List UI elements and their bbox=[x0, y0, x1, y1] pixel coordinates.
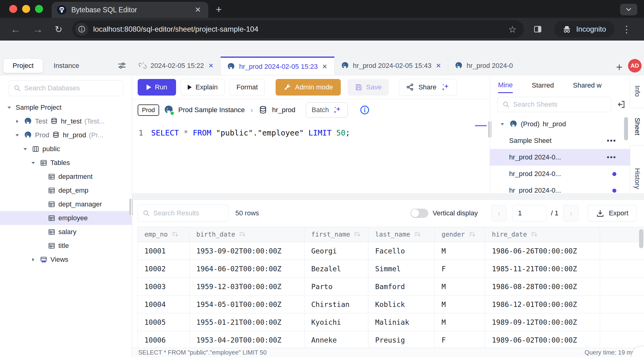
site-info-icon[interactable] bbox=[75, 23, 88, 36]
table-cell[interactable]: 1986-12-01T00:00:00Z bbox=[485, 296, 600, 313]
side-panel-icon[interactable] bbox=[529, 25, 547, 34]
browser-menu-icon[interactable]: ⋮ bbox=[616, 24, 636, 35]
close-sheet-icon[interactable]: ✕ bbox=[435, 62, 442, 69]
table-scrollbar[interactable] bbox=[639, 229, 643, 248]
sheet-list-item[interactable]: hr_prod 2024-0... bbox=[490, 166, 630, 182]
tree-item-hr_prod[interactable]: Prodhr_prod(Pr... bbox=[0, 128, 132, 142]
table-cell[interactable]: Georgi bbox=[304, 242, 368, 260]
new-tab-button[interactable]: + bbox=[208, 3, 229, 18]
table-cell[interactable]: 10002 bbox=[137, 260, 190, 278]
table-cell[interactable]: 1959-12-03T00:00:00Z bbox=[190, 278, 304, 296]
rail-tab-sheet[interactable]: Sheet bbox=[630, 108, 644, 145]
share-button[interactable]: Share bbox=[399, 79, 457, 96]
table-cell[interactable]: 1989-09-12T00:00:00Z bbox=[485, 313, 600, 331]
tree-item-hr_test[interactable]: Testhr_test(Test... bbox=[0, 114, 132, 128]
batch-button[interactable]: Batch bbox=[306, 102, 348, 118]
table-cell[interactable]: 10004 bbox=[137, 296, 190, 313]
tree-item-title[interactable]: title bbox=[0, 239, 132, 253]
tree-item-Sample Project[interactable]: Sample Project bbox=[0, 100, 132, 114]
sheet-tab[interactable]: hr_prod 2024-02-05 15:43✕ bbox=[335, 57, 448, 75]
close-window-button[interactable] bbox=[9, 5, 17, 13]
results-search-input[interactable] bbox=[153, 209, 224, 217]
table-cell[interactable]: 1955-01-21T00:00:00Z bbox=[190, 313, 304, 331]
sheet-tab[interactable]: 2024-02-05 15:22✕ bbox=[132, 57, 221, 75]
close-sheet-icon[interactable]: ✕ bbox=[321, 63, 328, 70]
sidebar-resize-handle[interactable] bbox=[129, 198, 133, 216]
column-header-last_name[interactable]: last_name bbox=[368, 227, 435, 242]
next-page-button[interactable]: › bbox=[563, 205, 579, 222]
table-cell[interactable]: 1954-05-01T00:00:00Z bbox=[190, 296, 304, 313]
new-sheet-button[interactable]: + bbox=[611, 61, 627, 75]
address-bar[interactable]: localhost:8080/sql-editor/sheet/project-… bbox=[72, 20, 524, 38]
database-name[interactable]: hr_prod bbox=[272, 106, 295, 114]
page-number-input[interactable] bbox=[512, 205, 547, 222]
tree-item-Tables[interactable]: Tables bbox=[0, 156, 132, 170]
prev-page-button[interactable]: ‹ bbox=[491, 205, 507, 222]
column-header-hire_date[interactable]: hire_date bbox=[485, 227, 600, 242]
table-cell[interactable]: Anneke bbox=[304, 331, 368, 348]
back-icon[interactable]: ← bbox=[6, 23, 26, 35]
table-cell[interactable]: Facello bbox=[368, 242, 435, 260]
user-avatar[interactable]: AD bbox=[628, 59, 642, 73]
format-button[interactable]: Format bbox=[230, 79, 265, 96]
table-cell[interactable]: 1953-04-20T00:00:00Z bbox=[190, 331, 304, 348]
table-cell[interactable]: 10003 bbox=[137, 278, 190, 296]
sheets-search[interactable] bbox=[497, 97, 611, 112]
sheet-tab[interactable]: hr_prod 2024-0 bbox=[448, 57, 513, 75]
table-cell[interactable]: 10001 bbox=[137, 242, 190, 260]
table-cell[interactable]: 1989-06-02T00:00:00Z bbox=[485, 331, 600, 348]
tree-item-employee[interactable]: employee bbox=[0, 211, 132, 225]
database-search-input[interactable] bbox=[24, 84, 119, 92]
database-search[interactable] bbox=[9, 80, 123, 96]
column-header-emp_no[interactable]: emp_no bbox=[137, 227, 190, 242]
table-cell[interactable]: M bbox=[435, 242, 485, 260]
sheet-list-item[interactable]: hr_prod 2024-0... bbox=[490, 182, 630, 194]
table-cell[interactable]: F bbox=[435, 331, 485, 348]
sheet-list-scrollbar[interactable] bbox=[624, 117, 628, 140]
table-cell[interactable]: 1985-11-21T00:00:00Z bbox=[485, 260, 600, 278]
admin-mode-button[interactable]: Admin mode bbox=[276, 79, 341, 96]
bookmark-star-icon[interactable]: ☆ bbox=[507, 24, 518, 35]
instance-name[interactable]: Prod Sample Instance bbox=[178, 106, 245, 114]
rail-tab-info[interactable]: Info bbox=[630, 81, 644, 100]
sheet-list-item[interactable]: Sample Sheet••• bbox=[490, 132, 630, 149]
tree-item-salary[interactable]: salary bbox=[0, 225, 132, 239]
maximize-window-button[interactable] bbox=[35, 5, 43, 13]
save-button[interactable]: Save bbox=[348, 79, 389, 96]
sheets-tab-shared-w[interactable]: Shared w bbox=[573, 81, 602, 92]
table-cell[interactable]: 1986-08-28T00:00:00Z bbox=[485, 278, 600, 296]
table-cell[interactable]: 1964-06-02T00:00:00Z bbox=[190, 260, 304, 278]
sheets-tab-mine[interactable]: Mine bbox=[498, 81, 513, 93]
sql-editor[interactable]: 1 SELECT * FROM "public"."employee" LIMI… bbox=[132, 121, 490, 194]
tree-item-dept_manager[interactable]: dept_manager bbox=[0, 197, 132, 211]
tree-item-public[interactable]: public bbox=[0, 142, 132, 156]
tab-project[interactable]: Project bbox=[3, 58, 43, 73]
minimize-window-button[interactable] bbox=[22, 5, 30, 13]
collapse-panel-icon[interactable] bbox=[616, 100, 626, 109]
table-cell[interactable]: M bbox=[435, 278, 485, 296]
table-cell[interactable]: Chirstian bbox=[304, 296, 368, 313]
table-cell[interactable]: Koblick bbox=[368, 296, 435, 313]
table-cell[interactable]: 10005 bbox=[137, 313, 190, 331]
export-button[interactable]: Export bbox=[588, 205, 637, 222]
tree-item-department[interactable]: department bbox=[0, 170, 132, 183]
info-circle-icon[interactable] bbox=[359, 105, 370, 115]
vertical-display-toggle[interactable] bbox=[410, 209, 428, 218]
run-button[interactable]: Run bbox=[138, 79, 176, 96]
table-cell[interactable]: Simmel bbox=[368, 260, 435, 278]
sheet-list-item[interactable]: hr_prod 2024-0...••• bbox=[490, 149, 630, 166]
reload-icon[interactable]: ↻ bbox=[50, 24, 67, 35]
sheet-group-header[interactable]: (Prod)hr_prod bbox=[490, 116, 630, 132]
table-cell[interactable]: Kyoichi bbox=[304, 313, 368, 331]
table-cell[interactable]: F bbox=[435, 260, 485, 278]
close-sheet-icon[interactable]: ✕ bbox=[208, 62, 214, 69]
rail-tab-history[interactable]: History bbox=[630, 164, 644, 193]
table-cell[interactable]: Maliniak bbox=[368, 313, 435, 331]
table-cell[interactable]: Bezalel bbox=[304, 260, 368, 278]
forward-icon[interactable]: → bbox=[28, 23, 48, 35]
sheet-item-menu-icon[interactable]: ••• bbox=[607, 153, 616, 162]
close-tab-icon[interactable]: ✕ bbox=[193, 6, 203, 14]
table-cell[interactable]: 1953-09-02T00:00:00Z bbox=[190, 242, 304, 260]
table-cell[interactable]: M bbox=[435, 313, 485, 331]
sheets-tab-starred[interactable]: Starred bbox=[532, 81, 554, 92]
